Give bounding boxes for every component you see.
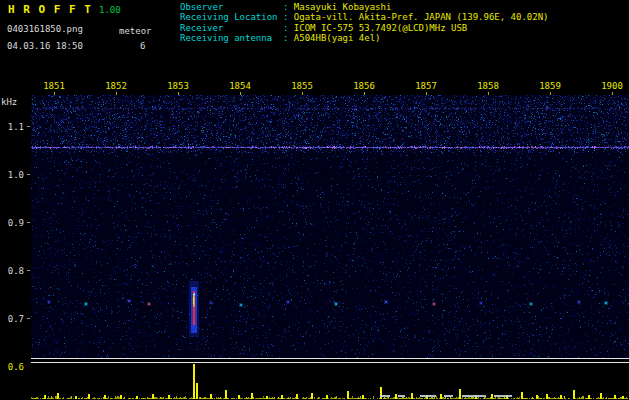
info-separator: :: [283, 33, 294, 43]
info-label: Observer: [180, 2, 283, 12]
info-row: Receiver: ICOM IC-575 53.7492(@LCD)MHz U…: [180, 23, 549, 33]
app-version: 1.00: [99, 5, 121, 15]
time-tick-label: 1853: [163, 81, 193, 91]
station-info: Observer: Masayuki KobayashiReceiving Lo…: [180, 2, 549, 44]
activity-strip-canvas: [31, 358, 629, 400]
frequency-axis: 1.11.00.90.80.70.6: [0, 0, 30, 400]
info-row: Receiving antenna: A504HB(yagi 4el): [180, 33, 549, 43]
time-tick-label: 1859: [535, 81, 565, 91]
info-row: Observer: Masayuki Kobayashi: [180, 2, 549, 12]
freq-tick-mark: [27, 174, 30, 175]
freq-tick-mark: [27, 222, 30, 223]
info-label: Receiving antenna: [180, 33, 283, 43]
freq-tick-label: 0.9: [2, 218, 24, 228]
time-axis: 1851185218531854185518561857185818591900: [0, 81, 629, 96]
info-separator: :: [283, 2, 294, 12]
time-tick-label: 1854: [225, 81, 255, 91]
time-tick-label: 1858: [473, 81, 503, 91]
info-value: Masayuki Kobayashi: [294, 2, 392, 12]
info-label: Receiving Location: [180, 12, 283, 22]
hrofft-window: H R O F F T 1.00 0403161850.png meteor 0…: [0, 0, 629, 400]
freq-tick-label: 0.6: [2, 362, 24, 372]
mode-label: meteor: [119, 26, 152, 36]
info-value: Ogata-vill. Akita-Pref. JAPAN (139.96E, …: [294, 12, 549, 22]
info-separator: :: [283, 23, 294, 33]
time-tick-label: 1855: [287, 81, 317, 91]
time-tick-label: 1857: [411, 81, 441, 91]
info-separator: :: [283, 12, 294, 22]
info-label: Receiver: [180, 23, 283, 33]
freq-tick-label: 1.0: [2, 170, 24, 180]
freq-tick-label: 0.7: [2, 314, 24, 324]
freq-tick-mark: [27, 270, 30, 271]
time-tick-label: 1900: [597, 81, 627, 91]
time-tick-label: 1851: [39, 81, 69, 91]
freq-tick-label: 0.8: [2, 266, 24, 276]
time-tick-label: 1856: [349, 81, 379, 91]
time-tick-label: 1852: [101, 81, 131, 91]
spectrogram-canvas: [31, 95, 629, 358]
info-row: Receiving Location: Ogata-vill. Akita-Pr…: [180, 12, 549, 22]
freq-tick-mark: [27, 126, 30, 127]
info-value: A504HB(yagi 4el): [294, 33, 381, 43]
meteor-count: 6: [140, 41, 145, 51]
freq-tick-label: 1.1: [2, 122, 24, 132]
freq-tick-mark: [27, 318, 30, 319]
info-value: ICOM IC-575 53.7492(@LCD)MHz USB: [294, 23, 467, 33]
